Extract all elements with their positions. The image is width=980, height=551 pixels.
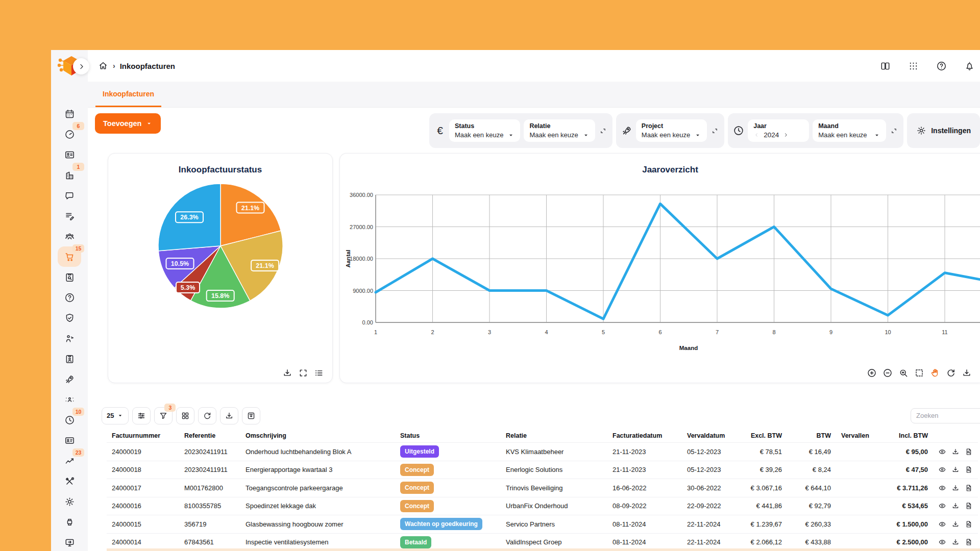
column-header[interactable]: Vervaldatum (682, 429, 741, 443)
table-row[interactable]: 24000016 8100355785 Spoedinzet lekkage d… (107, 497, 978, 515)
chart-hand-icon[interactable] (930, 368, 940, 378)
doc-search-icon[interactable] (965, 465, 973, 474)
doc-search-icon[interactable] (965, 447, 973, 456)
chart-select-area-icon[interactable] (914, 368, 924, 378)
table-tool-sliders-button[interactable] (132, 407, 151, 424)
import-icon (247, 411, 256, 420)
table-tool-download-button[interactable] (220, 407, 238, 424)
table-row[interactable]: 24000017 M001762800 Toegangscontrole par… (107, 479, 978, 497)
sidebar-item-cart[interactable]: 15 (58, 246, 81, 267)
relatie-filter[interactable]: Relatie Maak een keuze (524, 119, 595, 142)
column-header[interactable] (933, 429, 978, 443)
home-icon[interactable] (98, 61, 108, 71)
column-header[interactable]: Incl. BTW (877, 429, 933, 443)
sidebar-item-help[interactable] (58, 287, 81, 308)
month-filter[interactable]: Maand Maak een keuze (813, 119, 886, 142)
sidebar-item-people-presentation[interactable] (58, 389, 81, 410)
table-tool-grid-squares-button[interactable] (176, 407, 194, 424)
sidebar-item-clipboard-search[interactable] (58, 267, 81, 287)
add-button[interactable]: Toevoegen (95, 113, 161, 134)
column-header[interactable]: Omschrijving (240, 429, 395, 443)
table-tool-refresh-button[interactable] (198, 407, 216, 424)
app-grid-icon[interactable] (908, 61, 919, 71)
sidebar-item-badge-id[interactable] (58, 348, 81, 369)
chevron-down-icon (873, 132, 880, 139)
page-size-select[interactable]: 25 (102, 407, 129, 424)
doc-search-icon[interactable] (965, 502, 973, 510)
sidebar-item-trend[interactable]: 23 (58, 450, 81, 471)
sidebar-item-people[interactable] (58, 226, 81, 246)
year-filter[interactable]: Jaar 2024 (748, 119, 809, 142)
svg-text:10: 10 (885, 329, 891, 335)
download-icon[interactable] (951, 447, 960, 456)
chart-refresh-icon[interactable] (946, 368, 956, 378)
column-header[interactable]: Facturatiedatum (607, 429, 682, 443)
column-header[interactable]: Relatie (501, 429, 607, 443)
download-icon[interactable] (951, 465, 960, 474)
eye-icon[interactable] (938, 520, 946, 529)
sidebar-item-tools[interactable] (58, 471, 81, 491)
sidebar-item-person-desk[interactable] (58, 328, 81, 348)
download-icon[interactable] (951, 484, 960, 492)
table-tool-import-button[interactable] (242, 407, 260, 424)
table-row[interactable]: 24000019 202302411911 Onderhoud luchtbeh… (107, 443, 978, 461)
svg-text:5: 5 (602, 329, 605, 335)
column-header[interactable]: Excl. BTW (741, 429, 787, 443)
search-input[interactable] (911, 408, 980, 423)
bell-icon[interactable] (964, 61, 975, 71)
eye-icon[interactable] (938, 484, 946, 492)
chart-fullscreen-icon[interactable] (298, 368, 308, 378)
sidebar-collapse-button[interactable] (73, 58, 89, 74)
expand-icon[interactable] (599, 127, 607, 135)
sidebar-item-building[interactable]: 1 (58, 165, 81, 185)
download-icon[interactable] (951, 520, 960, 529)
contact-card-icon (64, 435, 75, 446)
chart-zoom-in-icon[interactable] (867, 368, 877, 378)
year-prev-icon[interactable] (753, 132, 760, 138)
expand-icon[interactable] (710, 127, 719, 135)
eye-icon[interactable] (938, 465, 946, 474)
column-header[interactable]: Referentie (179, 429, 240, 443)
sidebar-item-box-sync[interactable] (58, 512, 81, 532)
table-tool-funnel-button[interactable]: 3 (154, 407, 173, 424)
expand-icon[interactable] (890, 127, 898, 135)
column-header[interactable]: BTW (787, 429, 836, 443)
chart-zoom-area-icon[interactable] (898, 368, 909, 378)
help-icon[interactable] (936, 61, 947, 71)
sidebar-item-clock[interactable]: 10 (58, 410, 81, 430)
column-header[interactable]: Status (395, 429, 501, 443)
sidebar-item-chat[interactable] (58, 185, 81, 206)
sidebar-item-rocket[interactable] (58, 369, 81, 389)
column-header[interactable]: Factuurnummer (107, 429, 179, 443)
sidebar-item-gear[interactable] (58, 491, 81, 512)
status-filter[interactable]: Status Maak een keuze (449, 119, 520, 142)
chart-download-icon[interactable] (962, 368, 972, 378)
sidebar-item-contact-card[interactable] (58, 430, 81, 450)
eye-icon[interactable] (938, 447, 946, 456)
column-header[interactable]: Vervallen (836, 429, 877, 443)
chart-legend-icon[interactable] (314, 368, 324, 378)
sidebar-item-shield-check[interactable] (58, 308, 81, 328)
doc-search-icon[interactable] (965, 520, 973, 529)
doc-search-icon[interactable] (965, 538, 973, 546)
sidebar-item-dashboard[interactable]: 6 (58, 124, 81, 144)
sidebar-item-notes[interactable] (58, 206, 81, 226)
settings-button[interactable]: Instellingen (907, 113, 980, 148)
download-icon[interactable] (951, 538, 960, 546)
sidebar-item-id-card[interactable] (58, 144, 81, 165)
project-filter[interactable]: Project Maak een keuze (636, 119, 707, 142)
year-next-icon[interactable] (782, 132, 789, 138)
tab-inkoopfacturen[interactable]: Inkoopfacturen (95, 82, 161, 107)
sidebar-item-calendar[interactable] (58, 104, 81, 124)
table-row[interactable]: 24000018 202302411911 Energierapportage … (107, 461, 978, 479)
sidebar-item-monitor-share[interactable] (58, 532, 81, 551)
split-view-icon[interactable] (880, 61, 891, 71)
status-badge: Concept (400, 464, 434, 476)
doc-search-icon[interactable] (965, 484, 973, 492)
table-row[interactable]: 24000015 356719 Glasbewassing hoogbouw z… (107, 515, 978, 534)
download-icon[interactable] (951, 502, 960, 510)
chart-download-icon[interactable] (282, 368, 292, 378)
chart-zoom-out-icon[interactable] (883, 368, 893, 378)
eye-icon[interactable] (938, 538, 946, 546)
eye-icon[interactable] (938, 502, 946, 510)
